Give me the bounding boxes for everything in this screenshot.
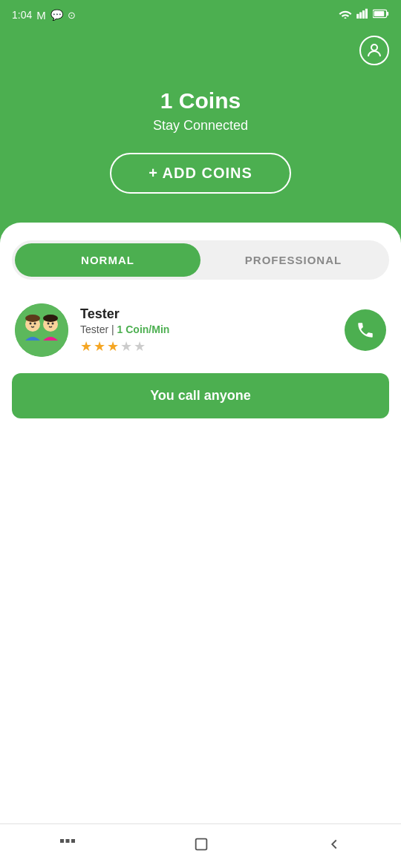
svg-rect-4 bbox=[365, 9, 368, 19]
status-bar-left: 1:04 M 💬 ⊙ bbox=[12, 9, 76, 22]
contact-name: Tester bbox=[80, 306, 333, 322]
main-card: NORMAL PROFESSIONAL bbox=[0, 223, 401, 823]
star-3: ★ bbox=[107, 338, 119, 355]
svg-point-16 bbox=[48, 323, 50, 325]
wifi-icon bbox=[339, 8, 352, 22]
call-button[interactable] bbox=[345, 309, 386, 351]
time-display: 1:04 bbox=[12, 9, 32, 21]
svg-rect-6 bbox=[387, 12, 389, 16]
avatar bbox=[15, 303, 68, 357]
tab-professional[interactable]: PROFESSIONAL bbox=[200, 243, 386, 277]
contact-meta: Tester | 1 Coin/Min bbox=[80, 323, 333, 335]
coins-subtitle: Stay Connected bbox=[153, 118, 248, 134]
svg-rect-2 bbox=[359, 12, 362, 19]
contact-info: Tester Tester | 1 Coin/Min ★ ★ ★ ★ ★ bbox=[80, 306, 333, 355]
svg-point-13 bbox=[43, 315, 58, 322]
star-1: ★ bbox=[80, 338, 92, 355]
status-bar: 1:04 M 💬 ⊙ bbox=[0, 0, 401, 30]
svg-rect-21 bbox=[196, 838, 207, 849]
svg-rect-19 bbox=[65, 839, 69, 843]
star-2: ★ bbox=[94, 338, 105, 355]
svg-point-8 bbox=[371, 45, 377, 50]
svg-rect-7 bbox=[374, 11, 385, 16]
avatar-image bbox=[15, 303, 68, 357]
home-nav-icon[interactable] bbox=[193, 836, 209, 857]
svg-point-12 bbox=[25, 315, 40, 322]
svg-rect-18 bbox=[60, 839, 64, 843]
star-4: ★ bbox=[120, 338, 132, 355]
coins-title: 1 Coins bbox=[160, 88, 241, 114]
star-rating: ★ ★ ★ ★ ★ bbox=[80, 338, 333, 355]
menu-nav-icon[interactable] bbox=[59, 835, 76, 858]
back-nav-icon[interactable] bbox=[326, 836, 342, 857]
svg-point-15 bbox=[34, 323, 36, 325]
gmail-icon: M bbox=[36, 9, 46, 22]
tab-normal[interactable]: NORMAL bbox=[15, 243, 200, 277]
bottom-nav bbox=[0, 823, 401, 868]
star-5: ★ bbox=[134, 338, 146, 355]
instagram-icon: ⊙ bbox=[68, 10, 76, 21]
svg-point-9 bbox=[15, 303, 68, 357]
contact-row: Tester Tester | 1 Coin/Min ★ ★ ★ ★ ★ bbox=[12, 295, 389, 366]
svg-point-17 bbox=[52, 323, 54, 325]
tabs-container: NORMAL PROFESSIONAL bbox=[12, 240, 389, 280]
signal-icon bbox=[356, 8, 368, 22]
chat-icon: 💬 bbox=[50, 9, 63, 21]
add-coins-button[interactable]: + ADD COINS bbox=[110, 153, 291, 194]
status-bar-right bbox=[339, 8, 389, 22]
call-anyone-button[interactable]: You call anyone bbox=[12, 373, 389, 418]
svg-rect-20 bbox=[71, 839, 75, 843]
svg-rect-3 bbox=[362, 10, 365, 19]
battery-icon bbox=[373, 8, 389, 22]
coin-rate: 1 Coin/Min bbox=[117, 323, 170, 335]
svg-point-14 bbox=[30, 323, 32, 325]
svg-point-0 bbox=[345, 17, 347, 19]
header-section: 1 Coins Stay Connected + ADD COINS bbox=[0, 0, 401, 245]
profile-icon-button[interactable] bbox=[359, 36, 389, 65]
svg-rect-1 bbox=[356, 14, 359, 19]
